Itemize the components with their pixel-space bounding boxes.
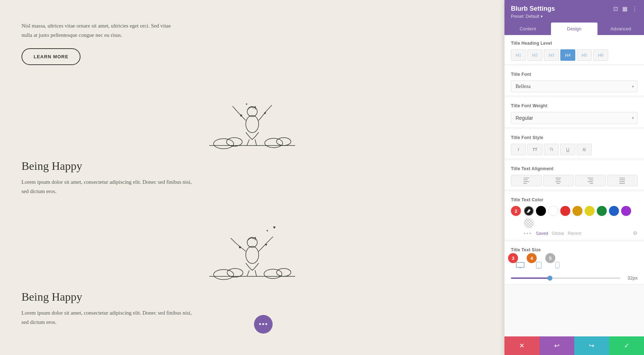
tab-advanced[interactable]: Advanced — [597, 23, 644, 35]
color-swatch-white[interactable] — [548, 206, 558, 216]
color-swatch-purple[interactable] — [621, 206, 631, 216]
badge-5: 5 — [545, 253, 555, 263]
caps-button[interactable]: TT — [527, 144, 542, 155]
saved-tab[interactable]: Saved — [536, 231, 548, 236]
svg-line-28 — [255, 270, 257, 276]
align-justify-icon — [619, 178, 625, 184]
floating-menu-button[interactable]: ••• — [254, 315, 273, 334]
svg-point-4 — [277, 138, 291, 146]
tab-design[interactable]: Design — [551, 23, 597, 35]
svg-text:♥: ♥ — [264, 111, 266, 115]
svg-text:♥: ♥ — [240, 113, 242, 118]
svg-line-12 — [255, 139, 257, 146]
svg-line-11 — [247, 139, 249, 146]
panel-tabs: Content Design Advanced — [504, 23, 644, 35]
color-swatch-red[interactable] — [560, 206, 570, 216]
panel-title: Blurb Settings — [511, 5, 555, 13]
dancing-figure-svg-2: ♥ ♥ ♥ ♥ — [195, 210, 309, 282]
title-font-style-label: Title Font Style — [511, 135, 638, 140]
svg-point-39 — [557, 267, 558, 268]
heading-h5-button[interactable]: H5 — [577, 49, 592, 61]
heading-h1-button[interactable]: H1 — [511, 49, 526, 61]
phone-icon — [555, 262, 560, 269]
svg-point-6 — [247, 107, 257, 117]
align-center-icon — [555, 178, 561, 184]
illustration-2: ♥ ♥ ♥ ♥ — [21, 210, 483, 283]
svg-point-5 — [246, 115, 259, 133]
device-buttons: 3 4 — [511, 256, 638, 272]
section-body-2: Lorem ipsum dolor sit amet, consectetur … — [21, 309, 193, 327]
title-font-weight-label: Title Font Weight — [511, 103, 638, 108]
more-colors[interactable] — [524, 233, 531, 234]
heading-h3-button[interactable]: H3 — [544, 49, 559, 61]
blurb-settings-panel: Blurb Settings ⊡ ▦ ⋮ Preset: Default ▾ C… — [504, 0, 644, 355]
svg-text:♥: ♥ — [273, 225, 275, 230]
heading-h4-button[interactable]: H4 — [560, 49, 575, 61]
tab-content[interactable]: Content — [504, 23, 551, 35]
responsive-icon[interactable]: ⊡ — [613, 5, 618, 12]
section-title-2: Being Happy — [21, 290, 483, 304]
size-slider[interactable] — [511, 277, 620, 279]
svg-rect-38 — [556, 262, 559, 268]
learn-more-button[interactable]: LEARN MORE — [21, 48, 80, 65]
svg-point-17 — [214, 270, 234, 280]
reset-button[interactable]: ↩ — [540, 336, 575, 355]
svg-point-22 — [247, 237, 257, 247]
svg-text:♥: ♥ — [267, 229, 268, 232]
upper-button[interactable]: Tt — [544, 144, 559, 155]
title-font-select[interactable]: Belleza — [511, 80, 638, 92]
redo-button[interactable]: ↪ — [574, 336, 609, 355]
align-justify-button[interactable] — [607, 175, 638, 186]
align-left-button[interactable] — [511, 175, 542, 186]
color-swatch-black-active[interactable] — [524, 206, 534, 216]
svg-point-18 — [227, 268, 243, 277]
color-swatch-green[interactable] — [597, 206, 607, 216]
section-title-1: Being Happy — [21, 159, 483, 173]
panel-header-top: Blurb Settings ⊡ ▦ ⋮ — [511, 5, 638, 13]
color-swatch-black[interactable] — [536, 206, 546, 216]
color-swatch-blue[interactable] — [609, 206, 619, 216]
svg-point-21 — [246, 246, 259, 263]
color-swatch-transparent[interactable] — [524, 218, 534, 228]
heading-h2-button[interactable]: H2 — [527, 49, 542, 61]
title-font-weight-select[interactable]: Regular Bold Light — [511, 112, 638, 124]
panel-footer: ✕ ↩ ↪ ✓ — [504, 336, 644, 355]
save-button[interactable]: ✓ — [609, 336, 644, 355]
recent-tab[interactable]: Recent — [568, 231, 581, 236]
cancel-button[interactable]: ✕ — [504, 336, 540, 355]
align-right-button[interactable] — [575, 175, 606, 186]
title-text-alignment-label: Title Text Alignment — [511, 166, 638, 171]
desktop-device-btn-wrapper: 3 — [511, 256, 527, 272]
svg-line-8 — [233, 106, 237, 112]
color-swatch-yellow[interactable] — [585, 206, 595, 216]
color-section-row: 2 — [511, 206, 638, 236]
tablet-device-btn-wrapper: 4 — [530, 256, 545, 272]
underline-button[interactable]: U — [560, 144, 575, 155]
panel-content: Title Heading Level H1 H2 H3 H4 H5 H6 Ti… — [504, 35, 644, 336]
more-icon[interactable]: ⋮ — [632, 5, 638, 12]
badge-2-container: 2 — [511, 206, 521, 216]
floating-dots-icon: ••• — [259, 320, 268, 329]
title-text-size-label: Title Text Size — [511, 247, 638, 252]
title-font-label: Title Font — [511, 72, 638, 77]
align-center-button[interactable] — [543, 175, 574, 186]
badge-2: 2 — [511, 206, 521, 216]
body-text: Nisl massa, ultrices vitae ornare sit am… — [21, 21, 172, 40]
title-font-section: Title Font Belleza ▾ — [504, 66, 644, 96]
svg-point-19 — [264, 269, 282, 278]
color-settings-icon[interactable]: ⚙ — [633, 230, 638, 236]
svg-point-2 — [226, 138, 242, 146]
italic-button[interactable]: I — [511, 144, 526, 155]
color-swatch-orange[interactable] — [572, 206, 582, 216]
svg-text:♥: ♥ — [246, 103, 248, 106]
svg-line-26 — [267, 237, 273, 242]
columns-icon[interactable]: ▦ — [622, 5, 628, 12]
dancing-figure-svg-1: ♥ ♥ ♥ — [195, 79, 309, 151]
global-tab[interactable]: Global — [552, 231, 564, 236]
title-font-select-wrapper: Belleza ▾ — [511, 80, 638, 92]
preset-selector[interactable]: Preset: Default ▾ — [511, 14, 638, 19]
strikethrough-button[interactable]: S — [577, 144, 592, 155]
heading-h6-button[interactable]: H6 — [593, 49, 608, 61]
pencil-icon — [526, 208, 531, 213]
title-font-weight-section: Title Font Weight Regular Bold Light ▾ — [504, 98, 644, 128]
